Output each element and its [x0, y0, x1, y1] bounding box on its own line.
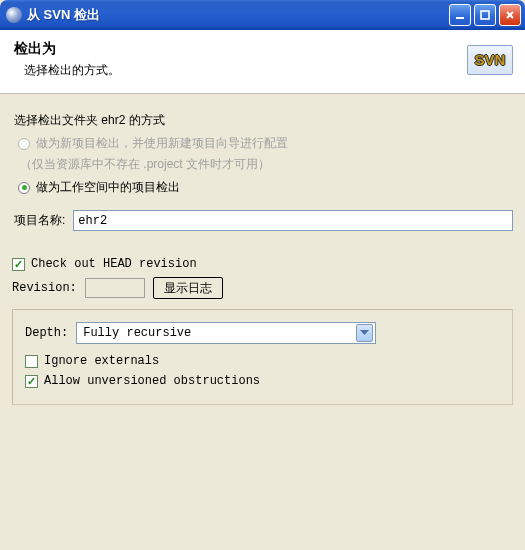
minimize-button[interactable]: [449, 4, 471, 26]
allow-unversioned-label: Allow unversioned obstructions: [44, 374, 260, 388]
project-name-input[interactable]: [73, 210, 513, 231]
check-head-row[interactable]: Check out HEAD revision: [12, 257, 513, 271]
checkbox-icon: [25, 375, 38, 388]
checkbox-icon: [25, 355, 38, 368]
window-title: 从 SVN 检出: [27, 6, 449, 24]
radio-icon: [18, 182, 30, 194]
page-title: 检出为: [14, 40, 120, 58]
select-method-label: 选择检出文件夹 ehr2 的方式: [14, 112, 513, 129]
svn-logo-icon: SVN: [467, 45, 513, 75]
wizard-content: 选择检出文件夹 ehr2 的方式 做为新项目检出，并使用新建项目向导进行配置 （…: [0, 94, 525, 413]
wizard-header: 检出为 选择检出的方式。 SVN: [0, 30, 525, 94]
depth-combobox[interactable]: Fully recursive: [76, 322, 376, 344]
svg-marker-4: [360, 330, 369, 335]
checkbox-icon: [12, 258, 25, 271]
new-project-hint: （仅当资源库中不存在 .project 文件时才可用）: [20, 156, 513, 173]
ignore-externals-label: Ignore externals: [44, 354, 159, 368]
radio-new-project-label: 做为新项目检出，并使用新建项目向导进行配置: [36, 135, 288, 152]
show-log-button[interactable]: 显示日志: [153, 277, 223, 299]
ignore-externals-row[interactable]: Ignore externals: [25, 354, 500, 368]
close-button[interactable]: [499, 4, 521, 26]
radio-icon: [18, 138, 30, 150]
revision-input: [85, 278, 145, 298]
radio-new-project: 做为新项目检出，并使用新建项目向导进行配置: [18, 135, 513, 152]
svg-rect-1: [481, 11, 489, 19]
depth-value: Fully recursive: [83, 326, 191, 340]
depth-label: Depth:: [25, 326, 68, 340]
project-name-label: 项目名称:: [14, 212, 65, 229]
svg-rect-0: [456, 17, 464, 19]
chevron-down-icon: [356, 324, 373, 342]
radio-workspace-project[interactable]: 做为工作空间中的项目检出: [18, 179, 513, 196]
app-icon: [6, 7, 22, 23]
revision-label: Revision:: [12, 281, 77, 295]
page-subtitle: 选择检出的方式。: [24, 62, 120, 79]
radio-workspace-label: 做为工作空间中的项目检出: [36, 179, 180, 196]
title-bar: 从 SVN 检出: [0, 0, 525, 30]
options-group: Depth: Fully recursive Ignore externals …: [12, 309, 513, 405]
allow-unversioned-row[interactable]: Allow unversioned obstructions: [25, 374, 500, 388]
check-head-label: Check out HEAD revision: [31, 257, 197, 271]
maximize-button[interactable]: [474, 4, 496, 26]
